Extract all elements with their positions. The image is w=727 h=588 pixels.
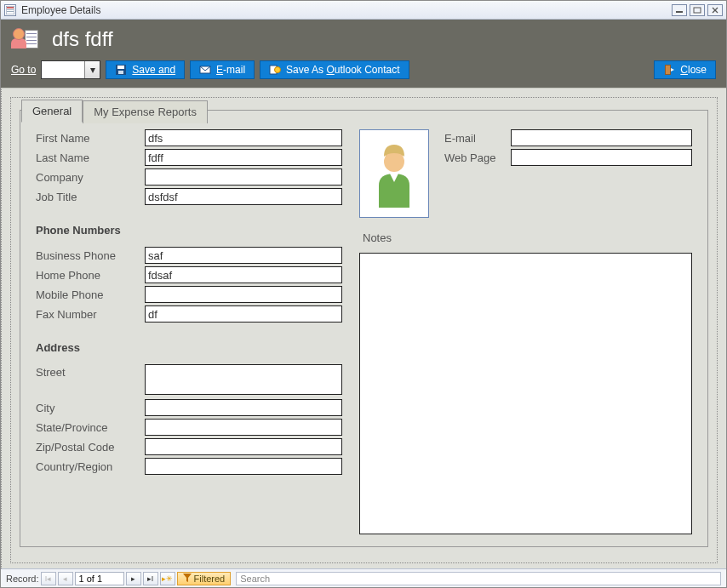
svg-rect-3 [7,11,14,12]
label-country: Country/Region [36,460,145,473]
street-field[interactable] [145,364,342,395]
svg-rect-10 [118,71,123,74]
label-mobile-phone: Mobile Phone [36,288,145,301]
label-first-name: First Name [36,132,145,145]
funnel-icon [183,574,192,584]
save-button[interactable]: Save and [106,60,185,79]
notes-field[interactable] [359,253,692,534]
close-door-icon [663,64,675,76]
tab-panel-general: First Name Last Name Company Job Title P… [20,110,708,547]
record-position-input[interactable] [75,572,124,585]
close-button[interactable]: Close [654,60,716,79]
label-email: E-mail [444,132,511,145]
email-label: E-mail [216,64,245,76]
email-icon [199,64,211,76]
outlook-label: Save As Outlook Contact [286,64,399,76]
svg-rect-9 [117,66,124,69]
svg-rect-4 [676,11,683,13]
svg-rect-1 [7,7,14,9]
app-form-icon [4,4,16,16]
minimize-button[interactable] [672,4,687,16]
label-last-name: Last Name [36,151,145,164]
label-job-title: Job Title [36,191,145,203]
email-field[interactable] [511,129,692,146]
label-city: City [36,402,145,414]
avatar-image[interactable] [359,129,429,218]
email-button[interactable]: E-mail [190,60,255,79]
last-name-field[interactable] [145,149,342,166]
employee-icon [11,26,42,52]
nav-next-button[interactable]: ▸ [126,572,141,585]
label-notes: Notes [363,231,692,244]
svg-point-18 [384,151,404,172]
record-label: Record: [6,574,39,584]
first-name-field[interactable] [145,129,342,146]
nav-first-button[interactable]: I◂ [41,572,56,585]
goto-label[interactable]: Go to [11,64,36,76]
svg-rect-15 [666,66,670,74]
job-title-field[interactable] [145,188,342,205]
state-field[interactable] [145,419,342,436]
zip-field[interactable] [145,438,342,455]
mobile-phone-field[interactable] [145,286,342,303]
tab-expense-reports[interactable]: My Expense Reports [83,100,208,123]
label-home-phone: Home Phone [36,269,145,282]
webpage-field[interactable] [511,149,692,166]
titlebar: Employee Details [1,1,726,20]
city-field[interactable] [145,399,342,416]
label-state: State/Province [36,421,145,434]
form-header: dfs fdff Go to ▾ Save and E-mail Save As… [1,20,726,88]
toolbar: Go to ▾ Save and E-mail Save As Outlook … [11,60,716,79]
label-fax: Fax Number [36,308,145,321]
chevron-down-icon: ▾ [84,61,100,78]
tab-general[interactable]: General [21,100,83,123]
nav-prev-button[interactable]: ◂ [58,572,73,585]
business-phone-field[interactable] [145,247,342,264]
svg-rect-2 [7,9,14,10]
close-label: Close [680,64,707,76]
svg-rect-5 [694,8,701,13]
save-outlook-button[interactable]: Save As Outlook Contact [260,60,409,79]
label-zip: Zip/Postal Code [36,441,145,454]
record-navigator: Record: I◂ ◂ ▸ ▸I ▸✳ Filtered Search [1,568,726,587]
home-phone-field[interactable] [145,266,342,283]
section-address: Address [36,341,342,354]
search-input[interactable]: Search [236,572,721,585]
label-webpage: Web Page [444,151,511,164]
svg-marker-19 [183,574,192,582]
svg-point-13 [275,67,281,73]
nav-new-button[interactable]: ▸✳ [160,572,175,585]
company-field[interactable] [145,168,342,186]
label-street: Street [36,364,145,379]
section-phone-numbers: Phone Numbers [36,224,342,237]
maximize-button[interactable] [690,4,705,16]
label-business-phone: Business Phone [36,249,145,262]
filter-toggle[interactable]: Filtered [177,572,232,585]
save-icon [115,64,127,76]
country-field[interactable] [145,458,342,475]
fax-field[interactable] [145,305,342,323]
page-title: dfs fdff [52,27,113,51]
label-company: Company [36,171,145,184]
close-window-button[interactable] [707,4,723,16]
svg-marker-16 [671,68,674,71]
outlook-icon [269,64,281,76]
goto-dropdown[interactable]: ▾ [41,60,100,79]
nav-last-button[interactable]: ▸I [143,572,158,585]
window-title: Employee Details [21,4,100,16]
save-label: Save and [132,64,175,76]
